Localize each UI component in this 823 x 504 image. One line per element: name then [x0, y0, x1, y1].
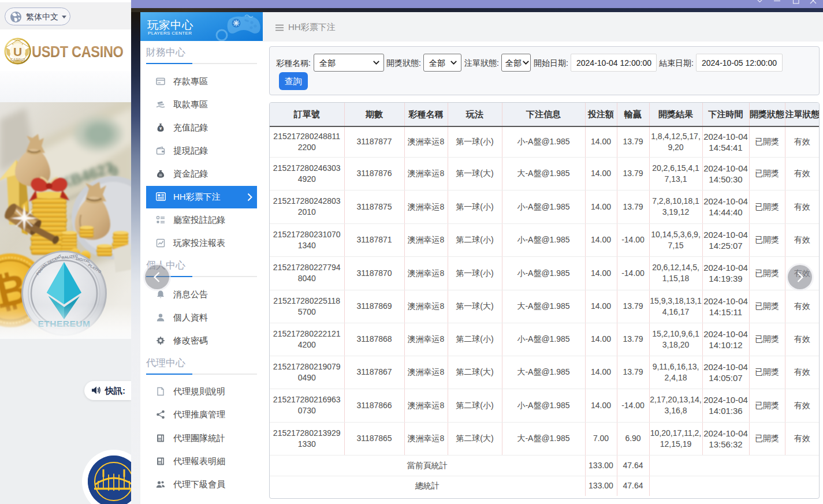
svg-text:CASINO: CASINO — [10, 58, 25, 62]
svg-text:USDT CASINO: USDT CASINO — [32, 43, 124, 60]
svg-text:U: U — [13, 45, 22, 58]
